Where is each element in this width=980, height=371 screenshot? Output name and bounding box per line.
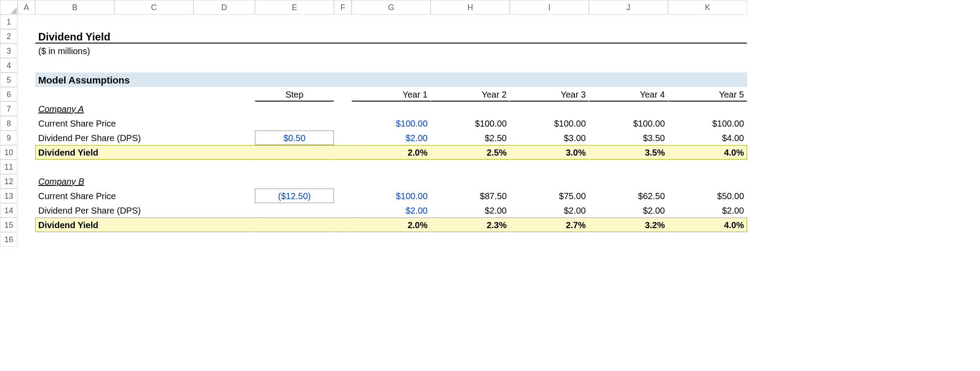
company-b-price-y1[interactable]: $100.00 [352, 189, 431, 203]
company-a-yield-y1[interactable]: 2.0% [352, 145, 431, 160]
company-a-yield-y5[interactable]: 4.0% [668, 145, 747, 160]
section-header[interactable]: Model Assumptions [35, 73, 747, 87]
cell-F8[interactable] [334, 116, 352, 131]
header-step[interactable]: Step [255, 87, 334, 102]
cell-A5[interactable] [18, 73, 35, 87]
cell-B4[interactable] [35, 58, 747, 73]
cell-A14[interactable] [18, 203, 35, 218]
company-b-yield-y5[interactable]: 4.0% [668, 218, 747, 232]
col-header-D[interactable]: D [193, 0, 255, 15]
company-b-dps-y2[interactable]: $2.00 [431, 203, 510, 218]
page-title[interactable]: Dividend Yield [35, 29, 747, 44]
cell-K12[interactable] [668, 174, 747, 189]
cell-E12[interactable] [255, 174, 334, 189]
cell-E14[interactable] [255, 203, 334, 218]
cell-E10[interactable] [255, 145, 334, 160]
row-header-16[interactable]: 16 [0, 232, 18, 247]
cell-A16[interactable] [18, 232, 35, 247]
header-year-3[interactable]: Year 3 [510, 87, 589, 102]
cell-H7[interactable] [431, 102, 510, 116]
company-a-dps-y2[interactable]: $2.50 [431, 131, 510, 145]
col-header-G[interactable]: G [352, 0, 431, 15]
company-a-price-y1[interactable]: $100.00 [352, 116, 431, 131]
cell-D6[interactable] [193, 87, 255, 102]
cell-J12[interactable] [589, 174, 668, 189]
company-b-dps-y3[interactable]: $2.00 [510, 203, 589, 218]
header-year-5[interactable]: Year 5 [668, 87, 747, 102]
company-b-label[interactable]: Company B [35, 174, 255, 189]
cell-B1[interactable] [35, 15, 114, 29]
cell-A11[interactable] [18, 160, 35, 174]
cell-I7[interactable] [510, 102, 589, 116]
company-a-dps-step[interactable]: $0.50 [255, 131, 334, 145]
cell-F6[interactable] [334, 87, 352, 102]
cell-F13[interactable] [334, 189, 352, 203]
col-header-C[interactable]: C [114, 0, 193, 15]
cell-K1[interactable] [668, 15, 747, 29]
header-year-1[interactable]: Year 1 [352, 87, 431, 102]
company-b-dps-label[interactable]: Dividend Per Share (DPS) [35, 203, 255, 218]
cell-B16[interactable] [35, 232, 747, 247]
row-header-5[interactable]: 5 [0, 73, 18, 87]
cell-A4[interactable] [18, 58, 35, 73]
cell-E1[interactable] [255, 15, 334, 29]
select-all-corner[interactable] [0, 0, 18, 15]
company-b-price-y3[interactable]: $75.00 [510, 189, 589, 203]
company-a-yield-y4[interactable]: 3.5% [589, 145, 668, 160]
company-a-yield-y2[interactable]: 2.5% [431, 145, 510, 160]
cell-A13[interactable] [18, 189, 35, 203]
row-header-15[interactable]: 15 [0, 218, 18, 232]
row-header-8[interactable]: 8 [0, 116, 18, 131]
cell-E15[interactable] [255, 218, 334, 232]
company-b-price-label[interactable]: Current Share Price [35, 189, 255, 203]
cell-B6[interactable] [35, 87, 114, 102]
header-year-2[interactable]: Year 2 [431, 87, 510, 102]
company-a-dps-y1[interactable]: $2.00 [352, 131, 431, 145]
cell-K7[interactable] [668, 102, 747, 116]
subtitle[interactable]: ($ in millions) [35, 44, 747, 58]
row-header-14[interactable]: 14 [0, 203, 18, 218]
company-a-price-y3[interactable]: $100.00 [510, 116, 589, 131]
row-header-12[interactable]: 12 [0, 174, 18, 189]
cell-I1[interactable] [510, 15, 589, 29]
col-header-F[interactable]: F [334, 0, 352, 15]
cell-G1[interactable] [352, 15, 431, 29]
company-a-dps-y3[interactable]: $3.00 [510, 131, 589, 145]
company-b-yield-y4[interactable]: 3.2% [589, 218, 668, 232]
company-b-yield-y2[interactable]: 2.3% [431, 218, 510, 232]
cell-D1[interactable] [193, 15, 255, 29]
cell-A2[interactable] [18, 29, 35, 44]
company-b-price-y4[interactable]: $62.50 [589, 189, 668, 203]
company-a-dps-label[interactable]: Dividend Per Share (DPS) [35, 131, 255, 145]
company-b-price-y5[interactable]: $50.00 [668, 189, 747, 203]
company-a-price-label[interactable]: Current Share Price [35, 116, 255, 131]
cell-A8[interactable] [18, 116, 35, 131]
row-header-2[interactable]: 2 [0, 29, 18, 44]
company-a-price-y4[interactable]: $100.00 [589, 116, 668, 131]
cell-E7[interactable] [255, 102, 334, 116]
cell-F12[interactable] [334, 174, 352, 189]
company-b-yield-y1[interactable]: 2.0% [352, 218, 431, 232]
company-a-dps-y5[interactable]: $4.00 [668, 131, 747, 145]
cell-A15[interactable] [18, 218, 35, 232]
cell-F9[interactable] [334, 131, 352, 145]
row-header-9[interactable]: 9 [0, 131, 18, 145]
cell-A9[interactable] [18, 131, 35, 145]
row-header-10[interactable]: 10 [0, 145, 18, 160]
company-a-price-y5[interactable]: $100.00 [668, 116, 747, 131]
company-b-dps-y4[interactable]: $2.00 [589, 203, 668, 218]
cell-J7[interactable] [589, 102, 668, 116]
col-header-H[interactable]: H [431, 0, 510, 15]
row-header-13[interactable]: 13 [0, 189, 18, 203]
col-header-K[interactable]: K [668, 0, 747, 15]
company-b-price-y2[interactable]: $87.50 [431, 189, 510, 203]
cell-H1[interactable] [431, 15, 510, 29]
header-year-4[interactable]: Year 4 [589, 87, 668, 102]
row-header-3[interactable]: 3 [0, 44, 18, 58]
company-a-price-y2[interactable]: $100.00 [431, 116, 510, 131]
company-b-yield-label[interactable]: Dividend Yield [35, 218, 255, 232]
col-header-J[interactable]: J [589, 0, 668, 15]
cell-A1[interactable] [18, 15, 35, 29]
cell-G7[interactable] [352, 102, 431, 116]
col-header-E[interactable]: E [255, 0, 334, 15]
